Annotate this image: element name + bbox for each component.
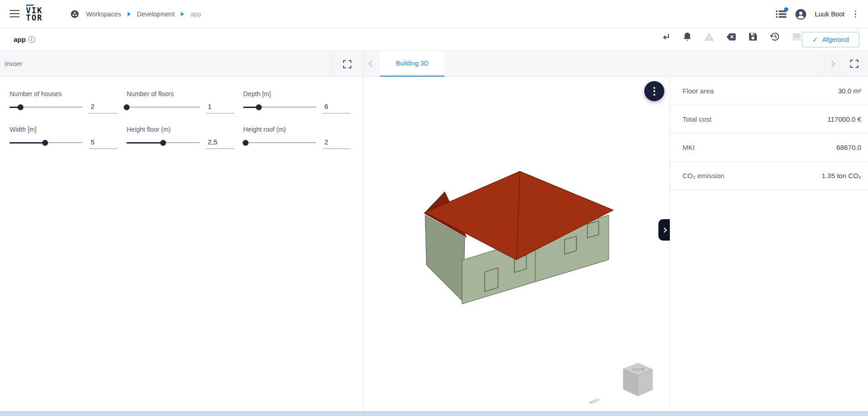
slider-value-width-m[interactable]: 5 (89, 137, 117, 149)
slider-label-height-floor-m: Height floor (m) (127, 126, 234, 134)
results-panel: Floor area30.0 m²Total cost117000.0 €MKI… (670, 77, 868, 411)
viewport-3d[interactable]: BOVEN VOOR (364, 77, 670, 411)
result-row: MKI68670.0 (670, 134, 868, 162)
check-icon: ✓ (812, 36, 818, 43)
expand-view-icon[interactable] (840, 51, 868, 77)
breadcrumb-separator-icon (128, 12, 131, 16)
hamburger-menu-icon[interactable] (10, 10, 20, 18)
top-bar: VIK TOR WorkspacesDevelopmentapp Luuk Bo… (0, 0, 868, 28)
slider-number-of-houses: Number of houses2 (10, 90, 117, 113)
slider-track-number-of-houses[interactable] (10, 101, 82, 113)
slider-track-height-roof-m[interactable] (243, 136, 316, 149)
result-row: CO₂ emission1.35 ton CO₂ (670, 162, 868, 190)
slider-label-width-m: Width [m] (10, 126, 117, 134)
logo-line2: TOR (26, 14, 53, 21)
tab-next-button[interactable] (824, 51, 840, 77)
view-cube[interactable]: BOVEN VOOR (588, 363, 652, 405)
warning-icon (704, 32, 714, 41)
slider-handle-width-m[interactable] (42, 140, 48, 146)
slider-width-m: Width [m]5 (10, 126, 117, 149)
input-panel-header (0, 51, 363, 77)
tray-icon (792, 32, 801, 41)
slider-value-height-floor-m[interactable]: 2,5 (206, 137, 234, 149)
breadcrumb-item-development[interactable]: Development (137, 10, 175, 18)
breadcrumb-item-workspaces[interactable]: Workspaces (86, 10, 121, 18)
slider-handle-height-roof-m[interactable] (242, 140, 248, 146)
result-value: 1.35 ton CO₂ (822, 172, 861, 180)
result-label: CO₂ emission (683, 172, 724, 180)
bell-icon[interactable] (683, 32, 692, 41)
slider-number-of-floors: Number of floors1 (127, 90, 234, 113)
viewport-menu-button[interactable] (644, 81, 664, 101)
slider-handle-depth-m[interactable] (256, 104, 262, 110)
slider-track-number-of-floors[interactable] (127, 101, 200, 113)
result-label: Total cost (683, 115, 711, 123)
breadcrumb-separator-icon (181, 12, 184, 16)
history-icon[interactable] (770, 32, 780, 41)
slider-depth-m: Depth [m]6 (243, 90, 351, 113)
slider-track-height-floor-m[interactable] (127, 136, 200, 149)
divider (333, 51, 333, 77)
slider-value-number-of-houses[interactable]: 2 (89, 101, 117, 113)
save-icon[interactable] (748, 32, 758, 41)
slider-track-width-m[interactable] (10, 136, 82, 149)
tab-building-3d[interactable]: Building 3D (380, 51, 444, 77)
user-name: Luuk Boot (815, 10, 844, 18)
app-toolbar (661, 32, 801, 41)
result-value: 117000.0 € (827, 115, 861, 123)
building-3d-model[interactable]: BOVEN VOOR (364, 77, 670, 411)
viewcube-front-label: VOOR (588, 397, 601, 405)
results-panel-toggle[interactable] (658, 219, 670, 241)
slider-label-number-of-floors: Number of floors (127, 90, 234, 98)
notification-badge (784, 7, 788, 11)
slider-label-number-of-houses: Number of houses (10, 90, 117, 98)
slider-handle-number-of-floors[interactable] (124, 104, 130, 110)
breadcrumb-item-app: app (190, 10, 201, 18)
status-afgerond-button[interactable]: ✓ Afgerond (802, 32, 859, 47)
result-label: MKI (683, 144, 695, 151)
result-row: Total cost117000.0 € (670, 105, 868, 134)
tab-label: Building 3D (396, 60, 429, 67)
slider-label-height-roof-m: Height roof (m) (243, 126, 351, 134)
expand-input-panel-icon[interactable] (343, 60, 352, 69)
slider-height-roof-m: Height roof (m)2 (243, 126, 351, 149)
result-row: Floor area30.0 m² (670, 77, 868, 105)
result-value: 68670.0 (837, 144, 861, 151)
topbar-right-controls: Luuk Boot (776, 0, 858, 28)
avatar[interactable] (795, 9, 806, 20)
breadcrumb: WorkspacesDevelopmentapp (71, 0, 201, 28)
tab-prev-button[interactable] (364, 51, 380, 77)
workspaces-icon (71, 10, 79, 18)
result-value: 30.0 m² (838, 87, 861, 95)
slider-label-depth-m: Depth [m] (243, 90, 351, 98)
notifications-icon[interactable] (776, 10, 787, 19)
slider-value-depth-m[interactable]: 6 (323, 101, 351, 113)
slider-handle-height-floor-m[interactable] (160, 140, 166, 146)
more-options-icon[interactable] (853, 9, 858, 20)
input-panel-title: Invoer (5, 60, 22, 67)
viktor-logo[interactable]: VIK TOR (26, 5, 53, 21)
app-title: app (14, 36, 26, 43)
viewcube-top-label: BOVEN (632, 367, 645, 372)
slider-track-depth-m[interactable] (243, 101, 316, 113)
slider-height-floor-m: Height floor (m)2,5 (127, 126, 234, 149)
horizontal-scrollbar[interactable] (0, 411, 868, 416)
result-label: Floor area (683, 87, 714, 95)
input-panel: Number of houses2Number of floors1Depth … (0, 77, 363, 411)
return-icon[interactable] (661, 32, 670, 41)
clear-icon[interactable] (726, 32, 736, 41)
slider-value-number-of-floors[interactable]: 1 (206, 101, 234, 113)
info-icon[interactable]: i (28, 36, 35, 43)
slider-value-height-roof-m[interactable]: 2 (323, 137, 351, 149)
slider-handle-number-of-houses[interactable] (18, 104, 24, 110)
